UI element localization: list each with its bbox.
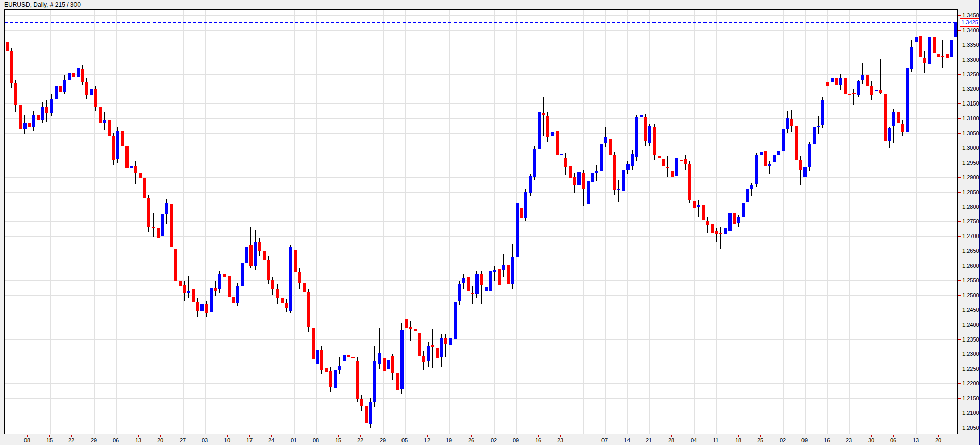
price-axis-tick — [958, 89, 961, 89]
candle — [640, 109, 643, 124]
candle — [884, 90, 887, 142]
time-axis-label: 17 — [246, 437, 253, 443]
candle — [99, 103, 102, 127]
time-axis-label: 30 — [868, 437, 874, 443]
time-axis-label: 23 — [557, 437, 563, 443]
candle — [773, 153, 776, 167]
candle — [520, 203, 523, 223]
candle — [485, 283, 488, 296]
candle — [210, 286, 213, 316]
candle — [303, 280, 306, 296]
candle — [582, 170, 585, 206]
time-axis-tick — [71, 435, 72, 437]
time-axis-tick — [116, 435, 116, 437]
time-axis-tick — [671, 435, 672, 437]
candle — [218, 271, 221, 293]
candle — [538, 98, 541, 152]
price-axis-tick — [958, 177, 961, 178]
candle — [170, 200, 173, 253]
candle — [684, 155, 687, 170]
candle — [325, 361, 328, 384]
time-axis-label: 22 — [357, 437, 363, 443]
price-axis-label: 1.2900 — [962, 174, 979, 180]
candle — [498, 266, 501, 292]
price-axis-tick — [958, 133, 961, 134]
candle — [200, 298, 204, 315]
candle — [378, 328, 381, 369]
time-axis[interactable]: 0815222906132027031017240108152229051219… — [0, 435, 980, 445]
time-axis-tick — [738, 435, 739, 437]
candle — [826, 77, 829, 97]
candle — [263, 246, 266, 266]
candle — [604, 127, 607, 147]
time-axis-label: 05 — [401, 437, 408, 443]
candle — [41, 102, 44, 123]
candle — [697, 200, 700, 217]
candle — [37, 109, 40, 133]
price-axis-tick — [958, 295, 961, 296]
candle — [276, 284, 279, 304]
chart-plot-area[interactable] — [4, 9, 958, 434]
time-axis-tick — [760, 435, 761, 437]
candle — [373, 346, 376, 407]
candle — [609, 136, 612, 162]
time-axis-label: 11 — [713, 437, 718, 443]
price-axis-label: 1.3000 — [962, 145, 979, 151]
price-axis-label: 1.2300 — [962, 351, 979, 357]
time-axis-tick — [494, 435, 494, 437]
candle — [662, 155, 665, 176]
candle — [19, 103, 22, 137]
candle — [857, 80, 860, 98]
time-axis-label: 02 — [780, 437, 786, 443]
candle — [728, 211, 732, 234]
time-axis-tick — [294, 435, 294, 437]
price-axis[interactable]: 1.34501.34001.33501.33001.32501.32001.31… — [958, 9, 980, 434]
price-axis-tick — [958, 266, 961, 266]
time-axis-tick — [360, 435, 361, 437]
candle — [533, 146, 536, 180]
candle — [733, 210, 736, 241]
candle — [600, 142, 603, 176]
time-axis-label: 29 — [91, 437, 97, 443]
time-axis-label: 08 — [313, 437, 319, 443]
time-axis-label: 03 — [202, 437, 208, 443]
candle — [915, 29, 918, 47]
candle — [795, 122, 798, 165]
candle — [387, 357, 390, 373]
candle — [577, 170, 581, 191]
time-axis-tick — [205, 435, 205, 437]
candle — [187, 276, 190, 298]
candle — [693, 198, 696, 216]
candle — [813, 119, 816, 148]
price-axis-label: 1.2600 — [962, 263, 979, 269]
candle — [405, 313, 408, 333]
time-axis-label: 16 — [535, 437, 541, 443]
candle — [848, 83, 851, 100]
candle — [613, 152, 616, 195]
candle — [737, 215, 740, 227]
candle — [422, 351, 425, 370]
candle — [777, 149, 780, 161]
price-axis-tick — [958, 369, 961, 369]
candle — [688, 161, 691, 203]
candle — [680, 153, 683, 171]
time-axis-tick — [183, 435, 183, 437]
price-axis-label: 1.2950 — [962, 160, 979, 166]
candle — [551, 128, 554, 149]
candle — [658, 150, 661, 171]
price-axis-label: 1.2700 — [962, 233, 979, 239]
price-axis-tick — [958, 413, 961, 413]
price-axis-tick — [958, 45, 961, 45]
candle — [85, 78, 88, 100]
candle — [480, 271, 483, 304]
time-axis-label: 28 — [668, 437, 674, 443]
time-axis-label: 25 — [757, 437, 763, 443]
candle — [192, 286, 195, 309]
chart-window: EURUSD, Daily, # 215 / 300 1.34501.34001… — [0, 0, 980, 445]
price-axis-tick — [958, 192, 961, 193]
time-axis-label: 16 — [824, 437, 830, 443]
candle — [564, 153, 567, 175]
time-axis-label: 20 — [157, 437, 163, 443]
candle — [861, 63, 864, 84]
time-axis-label: 04 — [691, 437, 697, 443]
